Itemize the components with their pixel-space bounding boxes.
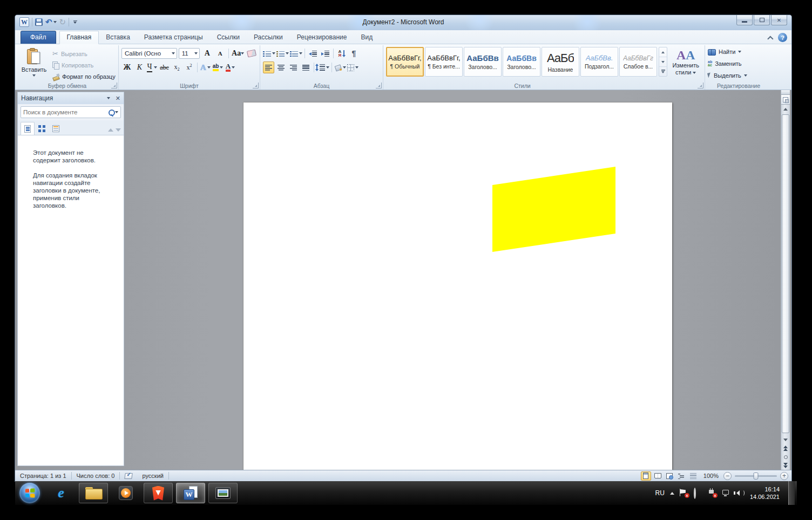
tab-references[interactable]: Ссылки	[210, 31, 247, 44]
align-right-button[interactable]	[288, 61, 299, 73]
zoom-level[interactable]: 100%	[700, 473, 722, 479]
taskbar-word[interactable]: W	[176, 483, 205, 503]
language-indicator-tray[interactable]: RU	[655, 489, 665, 497]
language-indicator[interactable]: русский	[137, 470, 168, 481]
replace-button[interactable]: ab ac Заменить	[708, 58, 769, 69]
browse-headings-tab[interactable]	[21, 122, 35, 135]
search-options-icon[interactable]	[115, 111, 118, 113]
previous-page-button[interactable]	[781, 444, 790, 453]
justify-button[interactable]	[300, 61, 312, 73]
style-subtitle[interactable]: АаБбВв. Подзагол...	[580, 47, 618, 77]
paste-button[interactable]: Вставить	[19, 47, 49, 82]
style-heading1[interactable]: АаБбВв Заголово...	[464, 47, 502, 77]
vertical-scrollbar[interactable]	[781, 90, 790, 470]
sort-button[interactable]: А Я	[336, 47, 347, 59]
styles-dialog-launcher[interactable]	[698, 83, 703, 88]
font-name-combobox[interactable]: Calibri (Осно	[121, 48, 177, 59]
taskbar-brave[interactable]	[144, 483, 173, 503]
power-plug-icon[interactable]: x	[708, 489, 716, 497]
title-bar[interactable]: W ↶ ↻ Документ2 - Microsoft Word ✕	[15, 15, 791, 30]
document-page[interactable]	[243, 102, 672, 470]
font-size-combobox[interactable]: 11	[179, 48, 200, 59]
tab-mailings[interactable]: Рассылки	[247, 31, 290, 44]
align-left-button[interactable]	[263, 61, 274, 73]
clipboard-dialog-launcher[interactable]	[111, 83, 117, 88]
tab-review[interactable]: Рецензирование	[290, 31, 354, 44]
change-styles-button[interactable]: АА Изменить стили	[669, 47, 702, 76]
tab-insert[interactable]: Вставка	[99, 31, 137, 44]
gallery-scroll-down[interactable]	[659, 57, 667, 67]
print-layout-view-button[interactable]	[641, 471, 651, 481]
format-painter-button[interactable]: Формат по образцу	[52, 71, 116, 82]
style-no-spacing[interactable]: АаБбВвГг, ¶ Без инте...	[425, 47, 463, 77]
superscript-button[interactable]: x2	[184, 61, 195, 73]
highlight-button[interactable]: ab	[212, 61, 224, 73]
taskbar-internet-explorer[interactable]: e	[46, 483, 76, 503]
line-spacing-button[interactable]	[316, 61, 329, 73]
zoom-track[interactable]	[735, 475, 777, 477]
pane-options-icon[interactable]	[107, 97, 110, 99]
split-window-handle[interactable]	[781, 90, 790, 95]
change-case-button[interactable]: Aa	[232, 47, 244, 59]
network-icon[interactable]	[722, 489, 730, 497]
show-hidden-icons[interactable]	[670, 492, 674, 495]
subscript-button[interactable]: x2	[171, 61, 182, 73]
clear-formatting-button[interactable]	[246, 47, 257, 59]
minimize-ribbon-icon[interactable]	[767, 36, 773, 42]
ruler-toggle-button[interactable]	[781, 95, 790, 105]
gallery-more-button[interactable]	[659, 67, 667, 76]
style-subtle-emphasis[interactable]: АаБбВвГг Слабое в...	[619, 47, 657, 77]
zoom-out-button[interactable]: −	[723, 472, 732, 480]
scrollbar-thumb[interactable]	[782, 114, 789, 433]
page-count-indicator[interactable]: Страница: 1 из 1	[15, 470, 71, 481]
bold-button[interactable]: Ж	[121, 61, 133, 73]
show-paragraph-marks-button[interactable]: ¶	[348, 47, 360, 59]
scrollbar-track[interactable]	[781, 113, 790, 435]
draft-view-button[interactable]	[688, 471, 699, 481]
yellow-parallelogram-shape[interactable]	[492, 167, 615, 252]
underline-dropdown-icon[interactable]	[154, 66, 157, 69]
copy-button[interactable]: Копировать	[52, 59, 116, 71]
next-page-button[interactable]	[781, 461, 790, 470]
zoom-thumb[interactable]	[754, 473, 759, 480]
word-count-indicator[interactable]: Число слов: 0	[72, 470, 120, 481]
decrease-indent-button[interactable]	[307, 47, 319, 59]
strikethrough-button[interactable]: abc	[159, 61, 170, 73]
taskbar-file-explorer[interactable]	[79, 483, 108, 503]
action-center-icon[interactable]: x	[680, 489, 688, 497]
font-color-button[interactable]: А	[225, 61, 236, 73]
increase-indent-button[interactable]	[320, 47, 331, 59]
font-dialog-launcher[interactable]	[253, 83, 259, 88]
previous-result-icon[interactable]	[108, 128, 113, 132]
next-result-icon[interactable]	[116, 128, 121, 132]
fullscreen-reading-view-button[interactable]	[653, 471, 663, 481]
show-desktop-button[interactable]	[788, 481, 795, 505]
text-effects-button[interactable]: A	[200, 61, 211, 73]
search-input[interactable]	[23, 109, 106, 115]
scroll-up-button[interactable]	[781, 105, 790, 113]
tab-page-layout[interactable]: Разметка страницы	[137, 31, 210, 44]
select-browse-object-button[interactable]	[781, 453, 790, 461]
select-button[interactable]: Выделить	[708, 70, 769, 81]
underline-button[interactable]: Ч	[146, 61, 158, 73]
zoom-in-button[interactable]: +	[780, 472, 788, 480]
borders-button[interactable]	[347, 61, 358, 73]
find-button[interactable]: Найти	[708, 46, 769, 57]
close-button[interactable]: ✕	[771, 15, 787, 25]
web-layout-view-button[interactable]	[665, 471, 675, 481]
paste-dropdown-icon[interactable]	[32, 74, 36, 77]
style-heading2[interactable]: АаБбВв Заголово...	[503, 47, 540, 77]
navigation-search-box[interactable]	[21, 106, 121, 118]
grow-font-button[interactable]: А	[201, 47, 213, 59]
shrink-font-button[interactable]: А	[214, 47, 226, 59]
shading-button[interactable]	[334, 61, 346, 73]
close-pane-icon[interactable]: ✕	[116, 95, 120, 102]
volume-icon[interactable]	[736, 489, 745, 497]
taskbar-media-player[interactable]	[111, 483, 140, 503]
tab-home[interactable]: Главная	[59, 31, 99, 44]
restore-button[interactable]	[754, 15, 770, 25]
sync-icon[interactable]	[694, 489, 702, 497]
minimize-button[interactable]	[736, 15, 753, 25]
outline-view-button[interactable]	[676, 471, 687, 481]
help-button[interactable]: ?	[778, 33, 787, 42]
